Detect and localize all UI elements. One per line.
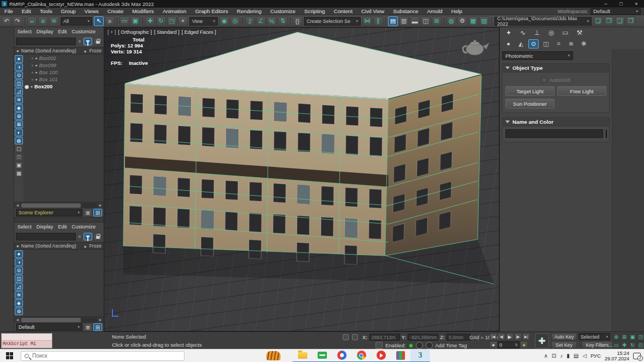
geometry-icon[interactable]: ● — [503, 39, 514, 49]
bind-to-spacewarp-icon[interactable]: ≋ — [49, 16, 59, 26]
workspace-dropdown[interactable]: Default ▾ — [591, 8, 641, 15]
display-geometry-icon[interactable]: ◑ — [15, 258, 23, 266]
rendered-frame-window-icon[interactable]: ▦ — [468, 16, 478, 26]
next-frame-button[interactable]: |▶ — [514, 333, 522, 340]
layer-explorer-icon[interactable]: ▥ — [399, 16, 409, 26]
create-tab-icon[interactable]: + — [503, 28, 514, 38]
volume-icon[interactable]: ◁ — [582, 353, 587, 359]
list-item[interactable]: ● ● Box 101 — [23, 76, 104, 83]
angle-snap-icon[interactable]: ∠ — [256, 16, 266, 26]
browser-app-icon[interactable] — [371, 349, 391, 362]
object-type-rollout-header[interactable]: Object Type — [503, 64, 609, 73]
viewport-general-menu[interactable]: [ + ] — [108, 29, 116, 35]
start-button[interactable] — [0, 349, 19, 362]
orbit-icon[interactable]: ↻ — [629, 341, 636, 349]
scroll-left-icon[interactable]: ◂ — [14, 317, 21, 322]
set-keys-button[interactable]: ✚ — [535, 333, 549, 348]
edit-named-selection-sets-icon[interactable]: {} — [293, 16, 302, 26]
display-shapes-icon[interactable]: ◿ — [15, 283, 23, 291]
card-app-icon[interactable] — [312, 349, 332, 362]
panel-splitter[interactable] — [14, 217, 104, 222]
pan-icon[interactable]: ✚ — [621, 341, 628, 349]
menu-scripting[interactable]: Scripting — [300, 8, 329, 15]
current-frame-field[interactable]: 0 ⇅ — [498, 341, 520, 348]
hierarchy-view-icon[interactable]: ⊞ — [93, 323, 102, 331]
maximize-button[interactable]: □ — [613, 0, 629, 8]
schematic-view-icon[interactable]: ⊞ — [432, 16, 442, 26]
explorer-horizontal-scrollbar[interactable]: ◂ ▸ — [14, 202, 104, 208]
autogrid-checkbox[interactable] — [542, 77, 547, 82]
motion-tab-icon[interactable]: ◎ — [546, 28, 557, 38]
helpers-icon[interactable]: ⌗ — [553, 39, 564, 49]
zoom-all-icon[interactable]: ⊞ — [621, 333, 628, 341]
display-objects-icon[interactable]: □ — [15, 153, 23, 161]
explorer2-menu-edit[interactable]: Edit — [58, 224, 67, 230]
list-item-selected[interactable]: ◉ ● Box200 — [23, 83, 104, 90]
tray-expand-icon[interactable]: ∧ — [544, 353, 548, 359]
select-and-scale-icon[interactable]: ◳ — [167, 16, 177, 26]
explorer-menu-edit[interactable]: Edit — [58, 29, 67, 34]
ribbon-icon[interactable]: ▬ — [410, 16, 420, 26]
chrome-icon[interactable] — [351, 349, 371, 362]
display-containers-icon[interactable]: ◍ — [15, 137, 23, 144]
menu-tools[interactable]: Tools — [35, 8, 57, 15]
display-all-icon[interactable]: ● — [15, 55, 23, 63]
go-to-end-button[interactable]: ▶| — [522, 333, 530, 340]
previous-frame-button[interactable]: ◀| — [498, 333, 505, 340]
modify-tab-icon[interactable]: ∿ — [517, 28, 528, 38]
x-coordinate-field[interactable]: 2893,713m — [369, 334, 400, 341]
display-cameras-icon[interactable]: ◫ — [15, 275, 23, 282]
key-filters-button[interactable]: Key Filters... — [582, 341, 617, 348]
file-explorer-icon[interactable] — [293, 349, 312, 362]
undo-icon[interactable]: ↶ — [2, 16, 11, 26]
select-and-place-icon[interactable]: ⌖ — [178, 16, 188, 26]
reference-coordinate-dropdown[interactable]: View ▾ — [189, 17, 218, 26]
explorer-menu-customize[interactable]: Customize — [71, 29, 96, 34]
key-settings-icon[interactable]: ◆ — [520, 341, 528, 348]
display-helpers-icon[interactable]: ◈ — [15, 104, 23, 112]
maximize-viewport-toggle-icon[interactable]: ◰ — [637, 341, 644, 349]
zoom-region-icon[interactable]: ▭ — [612, 341, 620, 349]
battery-icon[interactable]: ▮ — [567, 353, 570, 359]
building-model[interactable] — [104, 28, 499, 331]
play-button[interactable]: ▶ — [506, 333, 514, 340]
unlink-selection-icon[interactable]: ⌀ — [38, 16, 48, 26]
selection-lock-toggle-icon[interactable] — [343, 334, 349, 340]
select-link-icon[interactable]: ∞ — [27, 16, 37, 26]
filter-icon[interactable] — [84, 233, 92, 240]
name-and-color-rollout-header[interactable]: Name and Color — [503, 118, 609, 126]
explorer2-preset-dropdown[interactable]: Default ▾ — [16, 323, 82, 331]
list-item[interactable]: ● ● Box099 — [23, 62, 104, 69]
sun-positioner-button[interactable]: Sun Positioner — [505, 99, 554, 108]
render-setup-icon[interactable]: ⚙ — [457, 16, 467, 26]
explorer-search-input[interactable] — [16, 38, 76, 45]
menu-group[interactable]: Group — [57, 8, 80, 15]
rectangular-selection-region-icon[interactable]: ▭ — [120, 16, 129, 26]
material-editor-icon[interactable]: ◍ — [446, 16, 456, 26]
list-view-icon[interactable]: ≣ — [84, 323, 92, 331]
explorer2-menu-select[interactable]: Select — [17, 224, 32, 230]
key-mode-toggle-icon[interactable]: ◆ — [490, 341, 497, 348]
select-and-move-icon[interactable]: ✚ — [145, 16, 155, 26]
time-tag-icon[interactable] — [375, 342, 383, 349]
display-groups-icon[interactable]: ⊚ — [15, 307, 23, 315]
teapot-icon[interactable] — [460, 35, 490, 57]
auto-key-button[interactable]: Auto Key — [551, 333, 577, 340]
display-frozen-icon[interactable]: ▣ — [15, 161, 23, 169]
target-light-button[interactable]: Target Light — [505, 86, 554, 96]
notification-center-icon[interactable]: 2 — [633, 353, 641, 359]
menu-file[interactable]: File — [0, 8, 17, 15]
display-shapes-icon[interactable]: ◿ — [15, 88, 23, 95]
display-cameras-icon[interactable]: ◫ — [15, 80, 23, 87]
display-geometry-icon[interactable]: ◑ — [15, 63, 23, 71]
scroll-left-icon[interactable]: ◂ — [14, 203, 21, 208]
network-icon[interactable]: ▤ — [574, 353, 579, 359]
display-bones-icon[interactable]: ◐ — [15, 129, 23, 136]
display-tab-icon[interactable]: ▭ — [560, 28, 571, 38]
close-button[interactable]: × — [629, 0, 644, 8]
display-all-icon[interactable]: ● — [15, 250, 23, 258]
display-xrefs-icon[interactable]: ⊞ — [15, 120, 23, 128]
microphone-icon[interactable]: ♪ — [560, 353, 563, 359]
display-lights-icon[interactable]: ⊙ — [15, 267, 23, 274]
viewport-canvas[interactable]: [ + ] [ Orthographic ] [ Standard ] [ Ed… — [104, 27, 499, 331]
